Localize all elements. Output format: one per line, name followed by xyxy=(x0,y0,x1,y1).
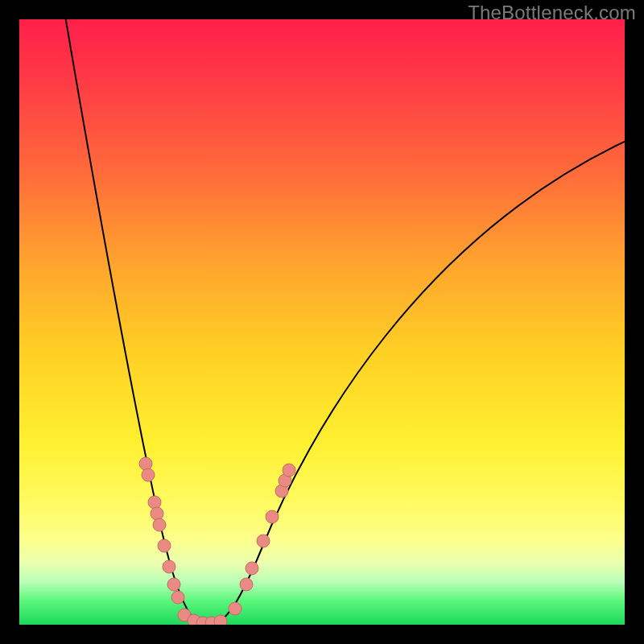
left-curve xyxy=(64,19,208,625)
data-dot xyxy=(229,602,242,615)
data-dot xyxy=(148,496,161,509)
data-dot xyxy=(246,562,258,575)
dot-group-valley xyxy=(188,614,227,625)
data-dot xyxy=(283,464,295,477)
data-dot xyxy=(139,457,152,470)
data-dot xyxy=(214,615,227,625)
chart-plot-area xyxy=(19,19,625,625)
right-curve xyxy=(213,140,625,625)
dot-group-left xyxy=(139,457,191,621)
data-dot xyxy=(153,518,166,531)
chart-svg xyxy=(19,19,625,625)
data-dot xyxy=(151,507,163,520)
data-dot xyxy=(142,469,155,481)
dot-group-right xyxy=(229,464,295,615)
data-dot xyxy=(171,591,184,604)
data-dot xyxy=(266,510,279,523)
data-dot xyxy=(163,560,175,573)
data-dot xyxy=(158,539,171,552)
data-dot xyxy=(257,535,270,547)
data-dot xyxy=(167,578,180,591)
watermark-text: TheBottleneck.com xyxy=(468,2,636,24)
data-dot xyxy=(240,578,253,591)
